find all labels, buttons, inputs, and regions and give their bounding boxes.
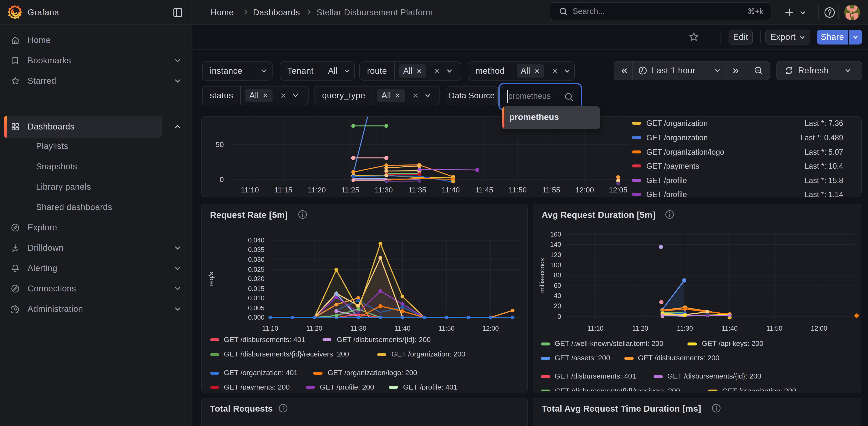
svg-text:11:45: 11:45 [475,186,493,194]
svg-text:11:35: 11:35 [408,186,426,194]
svg-text:50: 50 [215,140,223,149]
svg-text:11:25: 11:25 [341,186,359,194]
svg-text:11:40: 11:40 [442,186,460,194]
svg-text:11:55: 11:55 [542,186,560,194]
svg-text:12:05: 12:05 [609,186,627,194]
svg-text:11:15: 11:15 [274,186,292,194]
svg-text:11:10: 11:10 [241,186,259,194]
svg-text:11:30: 11:30 [375,186,393,194]
svg-text:0: 0 [220,175,223,184]
svg-text:11:50: 11:50 [508,186,527,194]
svg-text:11:20: 11:20 [308,186,326,194]
svg-text:12:00: 12:00 [575,186,594,194]
